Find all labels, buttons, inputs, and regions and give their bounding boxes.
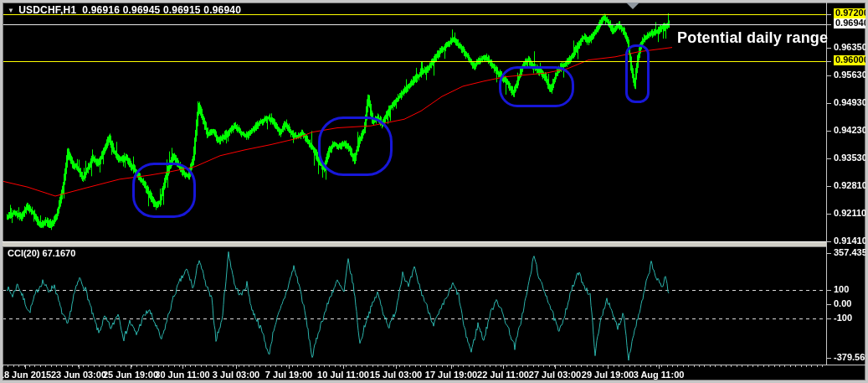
time-axis-label: 23 Jun 03:00	[51, 370, 106, 380]
price-tick	[827, 14, 831, 15]
time-axis-label: 18 Jun 2015	[0, 370, 51, 380]
price-tick	[827, 103, 831, 104]
highlight-ellipse[interactable]	[132, 163, 196, 218]
price-axis-label: 0.94930	[834, 98, 867, 107]
price-tick	[827, 61, 831, 62]
price-tick	[827, 253, 831, 254]
time-tick	[289, 365, 290, 369]
price-axis-label: 0.94230	[834, 126, 867, 135]
price-tick	[827, 186, 831, 187]
time-tick	[396, 365, 397, 369]
symbol-ohlc-text: USDCHF,H1 0.96916 0.96945 0.96915 0.9694…	[18, 4, 241, 16]
highlight-ellipse[interactable]	[499, 66, 574, 107]
price-tick	[827, 158, 831, 159]
time-axis-label: 25 Jun 19:00	[103, 370, 158, 380]
price-tick	[827, 131, 831, 132]
price-axis-label: -100	[834, 313, 852, 323]
highlight-ellipse[interactable]	[625, 44, 650, 103]
cci-indicator-canvas[interactable]	[3, 247, 826, 365]
price-tick	[827, 358, 831, 359]
time-axis-label: 29 Jul 19:00	[582, 370, 634, 380]
time-axis-label: 22 Jul 11:00	[477, 370, 529, 380]
price-tick	[827, 75, 831, 76]
price-axis-label: 0.91410	[834, 236, 867, 246]
time-axis-label: 3 Jul 03:00	[213, 370, 259, 380]
time-tick	[451, 365, 452, 369]
time-tick	[182, 365, 183, 369]
price-axis-label: 0.00	[834, 299, 851, 308]
collapse-arrow-icon[interactable]: ▼	[8, 7, 14, 14]
price-axis-label: 0.96350	[834, 43, 867, 52]
time-tick	[555, 365, 556, 369]
price-tick	[827, 304, 831, 305]
time-tick	[343, 365, 344, 369]
time-tick	[131, 365, 131, 369]
price-axis-label: 0.92810	[834, 181, 867, 190]
time-axis-label: 27 Jul 03:00	[529, 370, 581, 380]
time-tick	[503, 365, 504, 369]
time-axis-label: 7 Jul 19:00	[265, 370, 312, 380]
annotation-text[interactable]: Potential daily range	[677, 29, 828, 47]
current-price-label: 0.96940	[834, 18, 868, 28]
price-tick	[827, 214, 831, 215]
time-tick	[236, 365, 237, 369]
price-tick	[827, 24, 831, 25]
pane-splitter[interactable]	[3, 241, 826, 247]
mt4-chart-window: ▼USDCHF,H1 0.96916 0.96945 0.96915 0.969…	[0, 0, 868, 383]
price-tick	[827, 241, 831, 242]
time-axis-label: 15 Jul 03:00	[370, 370, 422, 380]
price-tick	[827, 48, 831, 49]
price-tick	[827, 290, 831, 291]
price-axis[interactable]: 0.972000.969400.963500.960000.956300.949…	[827, 3, 865, 365]
time-axis-label: 30 Jun 11:00	[155, 370, 209, 380]
time-tick	[25, 365, 26, 369]
time-tick	[79, 365, 80, 369]
price-level-label: 0.96000	[834, 55, 868, 65]
time-tick	[608, 365, 609, 369]
symbol-title: ▼USDCHF,H1 0.96916 0.96945 0.96915 0.969…	[8, 4, 241, 16]
price-tick	[827, 318, 831, 319]
time-axis-label: 10 Jul 11:00	[317, 370, 369, 380]
time-axis[interactable]: 18 Jun 201523 Jun 03:0025 Jun 19:0030 Ju…	[3, 365, 865, 380]
price-axis-label: 357.4353	[834, 248, 868, 257]
time-axis-label: 17 Jul 19:00	[425, 370, 477, 380]
price-axis-label: 100	[834, 285, 849, 294]
cci-indicator-label: CCI(20) 67.1670	[8, 248, 75, 258]
time-axis-label: 3 Aug 11:00	[634, 370, 685, 380]
price-axis-label: 0.95630	[834, 70, 867, 80]
price-axis-label: -379.5695	[834, 353, 868, 362]
time-tick	[659, 365, 660, 369]
price-axis-label: 0.92110	[834, 209, 866, 218]
price-axis-label: 0.93530	[834, 153, 867, 163]
highlight-ellipse[interactable]	[318, 116, 393, 176]
chart-shift-marker-icon[interactable]	[626, 3, 639, 9]
